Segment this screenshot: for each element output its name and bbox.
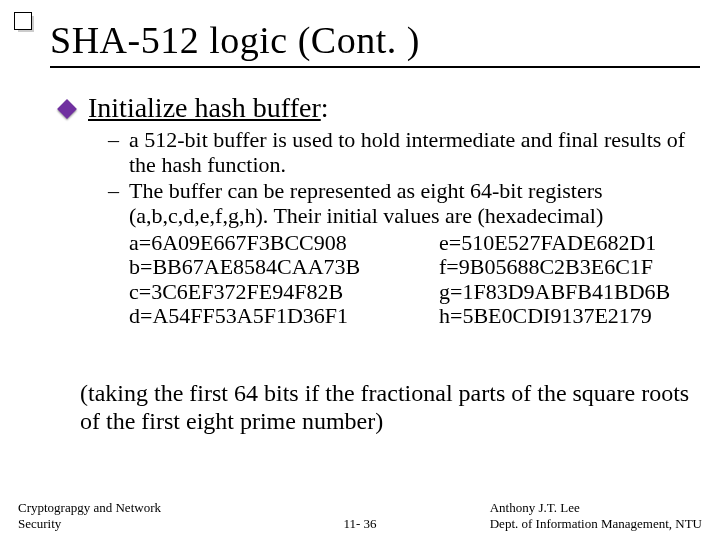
sub-bullet-1: – a 512-bit buffer is used to hold inter… <box>108 128 700 177</box>
footer-right: Anthony J.T. Lee Dept. of Information Ma… <box>490 500 702 532</box>
hex-col-left: a=6A09E667F3BCC908 b=BB67AE8584CAA73B c=… <box>129 231 439 330</box>
footer-left: Cryptograpgy and Network Security <box>18 500 161 532</box>
hex-c: c=3C6EF372FE94F82B <box>129 280 439 305</box>
heading-suffix: : <box>321 92 329 123</box>
content-area: Initialize hash buffer: – a 512-bit buff… <box>60 92 700 329</box>
heading-underlined: Initialize hash buffer <box>88 92 321 123</box>
sub-bullet-2-text: The buffer can be represented as eight 6… <box>129 179 700 228</box>
hex-h: h=5BE0CDI9137E2179 <box>439 304 670 329</box>
title-corner-box <box>14 12 32 30</box>
note-text: (taking the first 64 bits if the fractio… <box>80 380 690 435</box>
slide: SHA-512 logic (Cont. ) Initialize hash b… <box>0 0 720 540</box>
hex-d: d=A54FF53A5F1D36F1 <box>129 304 439 329</box>
footer-page-number: 11- 36 <box>343 516 376 532</box>
hex-col-right: e=510E527FADE682D1 f=9B05688C2B3E6C1F g=… <box>439 231 670 330</box>
hex-f: f=9B05688C2B3E6C1F <box>439 255 670 280</box>
dash-icon: – <box>108 179 119 203</box>
heading-row: Initialize hash buffer: <box>60 92 700 124</box>
hex-a: a=6A09E667F3BCC908 <box>129 231 439 256</box>
hex-e: e=510E527FADE682D1 <box>439 231 670 256</box>
hex-b: b=BB67AE8584CAA73B <box>129 255 439 280</box>
footer-right-line1: Anthony J.T. Lee <box>490 500 702 516</box>
sub-bullet-2: – The buffer can be represented as eight… <box>108 179 700 329</box>
hex-columns: a=6A09E667F3BCC908 b=BB67AE8584CAA73B c=… <box>129 231 700 330</box>
heading-text: Initialize hash buffer: <box>88 92 329 124</box>
sub-bullet-1-text: a 512-bit buffer is used to hold interme… <box>129 128 700 177</box>
title-bar: SHA-512 logic (Cont. ) <box>50 18 700 68</box>
sub-bullets: – a 512-bit buffer is used to hold inter… <box>108 128 700 329</box>
dash-icon: – <box>108 128 119 152</box>
footer-left-line2: Security <box>18 516 161 532</box>
slide-title: SHA-512 logic (Cont. ) <box>50 18 700 62</box>
diamond-bullet-icon <box>57 99 77 119</box>
sub-bullet-2-group: The buffer can be represented as eight 6… <box>129 179 700 329</box>
footer-left-line1: Cryptograpgy and Network <box>18 500 161 516</box>
footer-right-line2: Dept. of Information Management, NTU <box>490 516 702 532</box>
hex-g: g=1F83D9ABFB41BD6B <box>439 280 670 305</box>
